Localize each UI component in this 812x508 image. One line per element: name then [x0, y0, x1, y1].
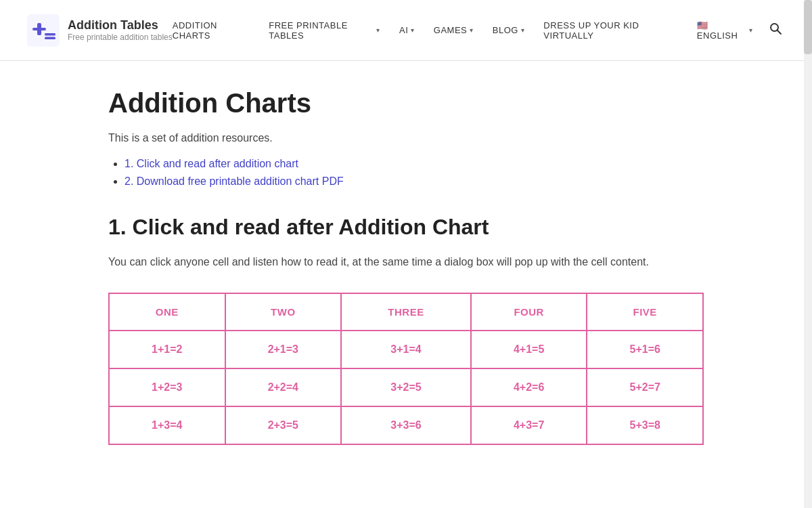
chevron-down-icon: ▾ — [411, 26, 415, 34]
col-header-five: FIVE — [587, 293, 703, 331]
table-cell[interactable]: 5+3=8 — [587, 406, 703, 444]
chevron-down-icon: ▾ — [376, 26, 380, 34]
logo-title: Addition Tables — [68, 18, 173, 33]
section1-desc: You can click anyone cell and listen how… — [108, 253, 704, 271]
table-cell[interactable]: 3+3=6 — [341, 406, 471, 444]
table-cell[interactable]: 4+2=6 — [471, 368, 587, 406]
svg-rect-3 — [45, 33, 55, 36]
header: Addition Tables Free printable addition … — [0, 0, 812, 61]
scrollbar[interactable] — [804, 0, 812, 486]
chevron-down-icon: ▾ — [470, 26, 474, 34]
chevron-down-icon: ▾ — [521, 26, 525, 34]
logo-subtitle: Free printable addition tables — [68, 33, 173, 42]
toc-link-1[interactable]: 1. Click and read after addition chart — [125, 158, 298, 169]
table-row: 1+2=32+2=43+2=54+2=65+2=7 — [109, 368, 703, 406]
search-icon — [769, 22, 782, 35]
scrollbar-thumb[interactable] — [804, 0, 812, 54]
nav-addition-charts[interactable]: ADDITION CHARTS — [173, 20, 250, 41]
svg-rect-2 — [37, 23, 41, 35]
nav-games[interactable]: GAMES ▾ — [434, 25, 474, 35]
table-cell[interactable]: 4+3=7 — [471, 406, 587, 444]
col-header-three: THREE — [341, 293, 471, 331]
table-cell[interactable]: 3+2=5 — [341, 368, 471, 406]
col-header-one: ONE — [109, 293, 225, 331]
intro-text: This is a set of addition resources. — [108, 132, 704, 144]
col-header-two: TWO — [225, 293, 342, 331]
table-cell[interactable]: 4+1=5 — [471, 331, 587, 368]
table-row: 1+1=22+1=33+1=44+1=55+1=6 — [109, 331, 703, 368]
table-cell[interactable]: 5+1=6 — [587, 331, 703, 368]
logo[interactable]: Addition Tables Free printable addition … — [27, 14, 173, 47]
svg-rect-4 — [45, 37, 55, 39]
toc-item-2: 2. Download free printable addition char… — [125, 175, 704, 188]
main-content: Addition Charts This is a set of additio… — [81, 61, 731, 486]
logo-icon — [27, 14, 60, 47]
table-row: 1+3=42+3=53+3=64+3=75+3=8 — [109, 406, 703, 444]
page-title: Addition Charts — [108, 88, 704, 119]
chevron-down-icon: ▾ — [749, 26, 753, 34]
table-cell[interactable]: 1+2=3 — [109, 368, 225, 406]
table-of-contents: 1. Click and read after addition chart 2… — [108, 158, 704, 188]
table-cell[interactable]: 5+2=7 — [587, 368, 703, 406]
table-header-row: ONE TWO THREE FOUR FIVE — [109, 293, 703, 331]
nav-free-printable[interactable]: FREE PRINTABLE TABLES ▾ — [269, 20, 380, 41]
col-header-four: FOUR — [471, 293, 587, 331]
addition-chart-table: ONE TWO THREE FOUR FIVE 1+1=22+1=33+1=44… — [108, 293, 704, 445]
nav-ai[interactable]: AI ▾ — [399, 25, 415, 35]
table-cell[interactable]: 2+2=4 — [225, 368, 342, 406]
section1-title: 1. Click and read after Addition Chart — [108, 215, 704, 240]
nav-language[interactable]: 🇺🇸 ENGLISH ▾ — [697, 20, 752, 41]
table-cell[interactable]: 1+3=4 — [109, 406, 225, 444]
toc-item-1: 1. Click and read after addition chart — [125, 158, 704, 170]
table-cell[interactable]: 2+1=3 — [225, 331, 342, 368]
nav-dress-up[interactable]: DRESS UP YOUR KID VIRTUALLY — [543, 20, 678, 41]
svg-line-6 — [777, 30, 782, 35]
table-body: 1+1=22+1=33+1=44+1=55+1=61+2=32+2=43+2=5… — [109, 331, 703, 444]
search-button[interactable] — [766, 19, 785, 41]
table-cell[interactable]: 2+3=5 — [225, 406, 342, 444]
nav-blog[interactable]: BLOG ▾ — [493, 25, 525, 35]
main-nav: ADDITION CHARTS FREE PRINTABLE TABLES ▾ … — [173, 20, 752, 41]
table-cell[interactable]: 1+1=2 — [109, 331, 225, 368]
table-cell[interactable]: 3+1=4 — [341, 331, 471, 368]
toc-link-2[interactable]: 2. Download free printable addition char… — [125, 175, 344, 187]
